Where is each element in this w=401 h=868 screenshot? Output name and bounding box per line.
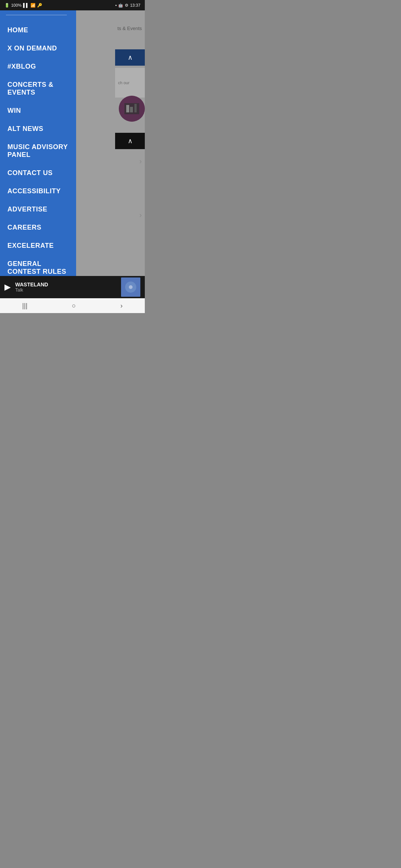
status-bar: 🔋 100% ▌▌ 📶 🔑 • 🤖 ⚙ 13:37	[0, 0, 145, 10]
nav-item-general-contest-rules[interactable]: GENERAL CONTEST RULES	[0, 255, 76, 276]
clock: 13:37	[130, 3, 140, 7]
nav-drawer: HOME X ON DEMAND #XBLOG CONCERTS & EVENT…	[0, 10, 76, 276]
nav-item-advertise[interactable]: ADVERTISE	[0, 200, 76, 218]
nav-item-xblog[interactable]: #XBLOG	[0, 57, 76, 76]
signal-icon: ▌▌	[23, 3, 29, 7]
svg-rect-2	[126, 105, 129, 112]
nav-item-win[interactable]: WIN	[0, 102, 76, 120]
peek-blue-button[interactable]: ∧	[115, 49, 145, 66]
status-left: 🔋 100% ▌▌ 📶 🔑	[4, 3, 42, 8]
svg-point-7	[129, 285, 133, 289]
android-back-button[interactable]: |||	[22, 302, 27, 310]
peek-events-label: ts & Events	[115, 21, 145, 36]
nav-item-accessibility[interactable]: ACCESSIBILITY	[0, 182, 76, 200]
battery-percent: 100%	[11, 3, 22, 7]
player-play-button[interactable]: ▶	[4, 282, 11, 292]
android-icon: 🤖	[118, 3, 123, 8]
peek-arrow-right-1[interactable]: ›	[139, 157, 142, 165]
peek-album-art	[119, 96, 145, 122]
wifi-icon: 📶	[30, 3, 36, 8]
player-thumbnail[interactable]	[121, 277, 140, 297]
nav-item-home[interactable]: HOME	[0, 21, 76, 39]
player-bar: ▶ WASTELAND Talk	[0, 276, 145, 298]
nav-item-excelerate[interactable]: EXCELERATE	[0, 237, 76, 255]
player-artist: Talk	[15, 287, 117, 293]
peek-black-button[interactable]: ∧	[115, 133, 145, 149]
svg-rect-4	[134, 104, 137, 112]
android-home-button[interactable]: ○	[72, 302, 76, 310]
nav-item-alt-news[interactable]: ALT NEWS	[0, 120, 76, 138]
nav-item-x-on-demand[interactable]: X ON DEMAND	[0, 39, 76, 57]
chevron-up-icon: ∧	[128, 53, 133, 62]
nav-item-contact-us[interactable]: CONTACT US	[0, 164, 76, 182]
dot-icon: •	[115, 3, 117, 7]
android-nav-bar: ||| ○ ›	[0, 298, 145, 313]
status-right: • 🤖 ⚙ 13:37	[115, 3, 140, 8]
nav-item-concerts-events[interactable]: CONCERTS & EVENTS	[0, 76, 76, 102]
peek-arrow-right-2[interactable]: ›	[139, 211, 142, 219]
svg-rect-3	[130, 107, 133, 112]
nav-item-music-advisory-panel[interactable]: MUSIC ADVISORY PANEL	[0, 138, 76, 164]
chevron-up-icon-2: ∧	[128, 137, 133, 145]
peek-gray-area: ch our	[115, 68, 145, 98]
android-recent-button[interactable]: ›	[120, 302, 123, 310]
nav-item-careers[interactable]: CAREERS	[0, 218, 76, 237]
vpn-icon: 🔑	[37, 3, 42, 8]
player-track-title: WASTELAND	[15, 282, 117, 287]
player-info: WASTELAND Talk	[15, 282, 117, 293]
settings-icon: ⚙	[125, 3, 128, 8]
nav-divider	[6, 15, 67, 15]
battery-icon: 🔋	[4, 3, 10, 8]
